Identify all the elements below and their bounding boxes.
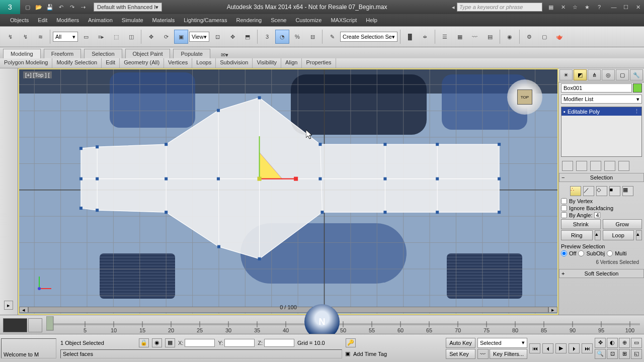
rsub-vertices[interactable]: Vertices xyxy=(164,58,192,68)
tab-object-paint[interactable]: Object Paint xyxy=(125,49,171,58)
rect-region-icon[interactable]: ⬚ xyxy=(109,30,123,44)
render-icon[interactable]: 🫖 xyxy=(552,30,567,44)
angle-snap-icon[interactable]: ◔ xyxy=(275,30,289,44)
rsub-modify-selection[interactable]: Modify Selection xyxy=(52,58,102,68)
ring-button[interactable]: Ring xyxy=(561,230,593,240)
coord-x-field[interactable] xyxy=(185,339,215,347)
mirror-icon[interactable]: ▐▌ xyxy=(403,30,417,44)
graphite-icon[interactable]: ▦ xyxy=(453,30,467,44)
menu-customize[interactable]: Customize xyxy=(295,17,321,23)
key-icon[interactable]: 🔑 xyxy=(346,338,356,347)
rsub-subdivision[interactable]: Subdivision xyxy=(216,58,253,68)
menu-modifiers[interactable]: Modifiers xyxy=(56,17,79,23)
viewcube-face[interactable]: TOP xyxy=(517,89,532,105)
display-icon[interactable]: ▢ xyxy=(616,69,629,80)
edged-faces-icon[interactable]: ◩ xyxy=(574,69,587,80)
preview-off-radio[interactable] xyxy=(561,250,567,256)
undo-icon[interactable]: ↶ xyxy=(56,3,65,12)
next-frame-icon[interactable]: ⏵ xyxy=(569,343,580,353)
by-angle-check[interactable] xyxy=(561,212,567,218)
subobj-element-icon[interactable]: ▦ xyxy=(622,186,633,196)
menu-maxscript[interactable]: MAXScript xyxy=(331,17,357,23)
named-sel-icon[interactable]: ✎ xyxy=(325,30,339,44)
spinner-snap-icon[interactable]: ⊟ xyxy=(305,30,319,44)
pivot-icon[interactable]: ⊡ xyxy=(210,30,224,44)
by-vertex-check[interactable] xyxy=(561,198,567,204)
menu-rendering[interactable]: Rendering xyxy=(236,17,262,23)
shrink-button[interactable]: Shrink xyxy=(561,219,601,229)
rsub-edit[interactable]: Edit xyxy=(102,58,120,68)
menu-lighting[interactable]: Lighting/Cameras xyxy=(184,17,227,23)
trackbar-preview[interactable] xyxy=(28,318,42,332)
open-icon[interactable]: 📂 xyxy=(34,3,43,12)
tab-selection[interactable]: Selection xyxy=(84,49,122,58)
star-outline-icon[interactable]: ☆ xyxy=(571,3,580,12)
nav-pan-icon[interactable]: ✥ xyxy=(595,338,606,348)
select-link-icon[interactable]: ↯ xyxy=(3,30,17,44)
rsub-properties[interactable]: Properties xyxy=(302,58,336,68)
expand-panel-icon[interactable]: ▸ xyxy=(4,301,13,310)
close-icon[interactable]: ✕ xyxy=(632,2,644,12)
material-editor-icon[interactable]: ◉ xyxy=(503,30,517,44)
select-icon[interactable]: ▭ xyxy=(79,30,93,44)
show-end-icon[interactable] xyxy=(576,161,587,171)
subobj-border-icon[interactable]: ◇ xyxy=(596,186,607,196)
coord-y-field[interactable] xyxy=(224,339,255,347)
bind-icon[interactable]: ≋ xyxy=(33,30,47,44)
hierarchy-icon[interactable]: ⋔ xyxy=(588,69,601,80)
menu-simulate[interactable]: Simulate xyxy=(122,17,143,23)
trackbar-thumb[interactable] xyxy=(3,318,27,332)
manip-icon[interactable]: ✥ xyxy=(225,30,239,44)
time-tag-icon[interactable]: ▣ xyxy=(345,350,350,357)
rsub-align[interactable]: Align xyxy=(281,58,302,68)
time-scrollbar[interactable]: ◂ 0 / 100 ▸ xyxy=(19,307,557,313)
stack-editable-poly[interactable]: ▪Editable Poly⋮ xyxy=(561,107,641,116)
star-icon[interactable]: ★ xyxy=(583,3,592,12)
selection-filter[interactable]: All▾ xyxy=(53,32,78,42)
play-icon[interactable]: ▶ xyxy=(555,343,567,353)
set-key-button[interactable]: Set Key xyxy=(446,349,475,359)
curve-editor-icon[interactable]: 〰 xyxy=(468,30,482,44)
timeline[interactable]: 5101520253035404550556065707580859095100… xyxy=(0,315,644,335)
loop-button[interactable]: Loop xyxy=(603,230,634,240)
link-icon[interactable]: ⇢ xyxy=(78,3,88,12)
named-sel-set[interactable]: Create Selection Se▾ xyxy=(340,32,397,42)
app-menu-button[interactable]: 3 xyxy=(0,0,20,14)
preview-multi-radio[interactable] xyxy=(607,250,613,256)
rsub-visibility[interactable]: Visibility xyxy=(253,58,281,68)
nav-orbit-icon[interactable]: ⊕ xyxy=(619,338,630,348)
menu-help[interactable]: Help xyxy=(366,17,377,23)
unique-icon[interactable] xyxy=(590,161,601,171)
snap-icon[interactable]: 3 xyxy=(260,30,274,44)
nav-walk-icon[interactable]: ◐ xyxy=(607,338,618,348)
angle-spinner[interactable] xyxy=(594,212,600,218)
keymode-icon[interactable]: 〰 xyxy=(477,349,489,359)
auto-key-button[interactable]: Auto Key xyxy=(446,338,475,348)
align-icon[interactable]: ≑ xyxy=(418,30,432,44)
isolate-icon[interactable]: ◉ xyxy=(152,338,162,347)
modifier-list-dropdown[interactable]: Modifier List▾ xyxy=(561,95,642,104)
render-frame-icon[interactable]: ▢ xyxy=(537,30,551,44)
prev-frame-icon[interactable]: ⏴ xyxy=(542,343,553,353)
add-time-tag[interactable]: Add Time Tag xyxy=(353,351,387,357)
viewcube[interactable]: TOP xyxy=(507,79,542,115)
configure-icon[interactable] xyxy=(618,161,629,171)
menu-scene[interactable]: Scene xyxy=(271,17,286,23)
time-ruler[interactable]: 5101520253035404550556065707580859095100 xyxy=(46,316,640,333)
rollout-soft-selection-header[interactable]: +Soft Selection xyxy=(559,269,644,278)
menu-animation[interactable]: Animation xyxy=(88,17,113,23)
nav-zoomext-icon[interactable]: ⊞ xyxy=(619,349,630,359)
color-swatch[interactable] xyxy=(633,83,642,93)
pin-stack-icon[interactable] xyxy=(562,161,573,171)
subobj-edge-icon[interactable]: ／ xyxy=(583,186,594,196)
menu-materials[interactable]: Materials xyxy=(152,17,175,23)
unlink-icon[interactable]: ↯ xyxy=(18,30,32,44)
coord-z-field[interactable] xyxy=(264,339,294,347)
nav-fov-icon[interactable]: ▭ xyxy=(631,338,642,348)
help-icon[interactable]: ? xyxy=(595,3,604,12)
redo-icon[interactable]: ↷ xyxy=(67,3,76,12)
light-toggle-icon[interactable]: ☀ xyxy=(559,69,573,80)
viewport[interactable]: [+] [Top ] [ TOP ◂ 0 / 100 ▸ xyxy=(18,68,558,315)
refcoord-dropdown[interactable]: View▾ xyxy=(189,32,209,42)
signin-icon[interactable]: ▦ xyxy=(546,3,555,12)
